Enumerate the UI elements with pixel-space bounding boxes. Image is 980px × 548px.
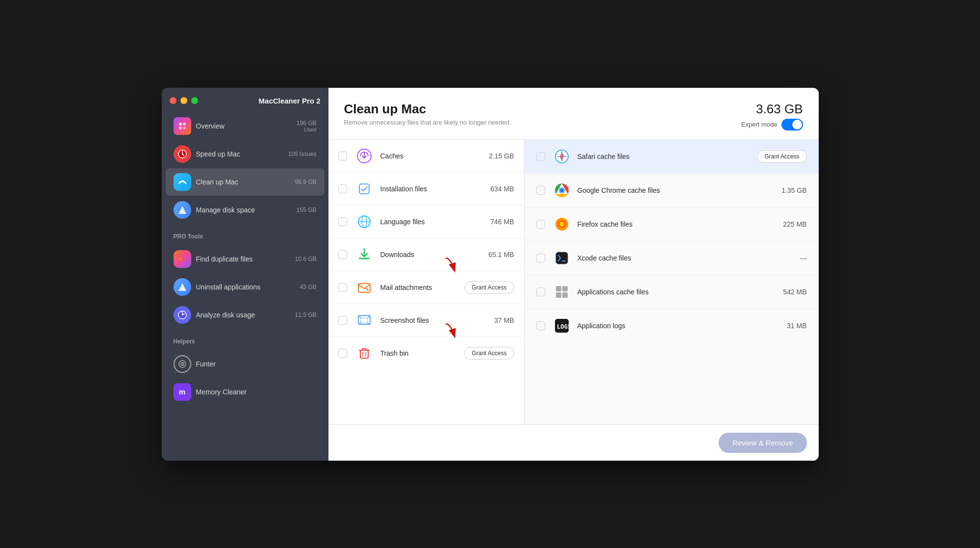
minimize-button[interactable] [180,97,187,104]
downloads-checkbox[interactable] [338,250,347,259]
sidebar-item-analyze[interactable]: Analyze disk usage 11.5 GB [166,301,325,329]
sidebar-item-memory[interactable]: m Memory Cleaner [166,378,325,406]
sidebar-item-overview[interactable]: Overview 196 GB Used [166,112,325,140]
apps-cache-name: Applications cache files [578,288,783,296]
language-size: 746 MB [490,218,514,226]
main-window: MacCleaner Pro 2 Overview 196 GB Used [162,88,819,461]
helpers-header: Helpers [162,331,328,348]
review-remove-button[interactable]: Review & Remove [719,433,806,453]
trash-checkbox[interactable] [338,349,347,358]
speedup-label: Speed up Mac [196,150,288,158]
svg-point-1 [183,123,186,126]
chrome-name: Google Chrome cache files [578,186,782,194]
main-header: Clean up Mac Remove unnecessary files th… [328,88,819,140]
installation-icon [355,180,374,198]
right-list-item: Xcode cache files — [525,241,819,275]
caches-name: Caches [380,152,489,160]
downloads-size: 65.1 MB [488,251,514,259]
app-logs-size: 31 MB [787,322,806,330]
analyze-icon [174,306,191,324]
xcode-name: Xcode cache files [578,254,800,262]
right-list-item: Google Chrome cache files 1.35 GB [525,174,819,208]
list-item: Trash bin Grant Access [328,337,524,369]
svg-text:LOGS: LOGS [557,323,570,330]
right-list-item: LOGS Application logs 31 MB [525,309,819,342]
close-button[interactable] [170,97,176,104]
mail-name: Mail attachments [380,284,465,291]
overview-icon [174,117,191,135]
installation-checkbox[interactable] [338,184,347,193]
screenshot-icon [355,311,374,330]
apps-cache-checkbox[interactable] [536,287,545,296]
uninstall-icon [174,278,191,296]
overview-badge: 196 GB Used [297,120,317,132]
trash-icon [355,344,374,363]
firefox-checkbox[interactable] [536,220,545,229]
mail-icon [355,278,374,297]
toggle-knob [792,120,802,130]
main-content: Clean up Mac Remove unnecessary files th… [328,88,819,461]
language-icon [355,212,374,231]
sidebar-item-funter[interactable]: Funter [166,350,325,378]
svg-marker-5 [178,206,186,214]
speedup-badge: 109 Issues [288,151,316,157]
xcode-icon [553,249,571,267]
svg-rect-39 [562,292,568,298]
sidebar-item-uninstall[interactable]: Uninstall applications 43 GB [166,273,325,301]
duplicate-icon [174,250,191,268]
caches-icon [355,147,374,165]
chrome-checkbox[interactable] [536,186,545,195]
arrow-screenshot [441,319,465,343]
safari-grant-button[interactable]: Grant Access [757,150,806,163]
list-item: Screenshot files 37 MB [328,304,524,337]
cleanup-icon [174,173,191,191]
safari-checkbox[interactable] [536,152,545,161]
sidebar-item-cleanup[interactable]: Clean up Mac 96.9 GB [166,168,325,196]
helpers-nav: Funter m Memory Cleaner [162,348,328,408]
xcode-checkbox[interactable] [536,254,545,262]
mail-grant-button[interactable]: Grant Access [464,281,514,294]
sidebar-item-manage[interactable]: Manage disk space 155 GB [166,196,325,224]
memory-icon: m [174,383,191,401]
safari-name: Safari cache files [578,153,757,160]
list-item: Mail attachments Grant Access [328,271,524,304]
caches-checkbox[interactable] [338,152,347,160]
expert-mode-toggle[interactable] [781,119,803,130]
svg-rect-37 [562,286,568,291]
svg-point-3 [183,127,186,130]
funter-label: Funter [196,360,317,368]
apps-cache-size: 542 MB [783,288,806,296]
list-item: Downloads 65.1 MB [328,238,524,271]
svg-point-0 [179,123,182,126]
svg-point-7 [182,257,186,261]
apps-cache-icon [553,283,571,301]
installation-name: Installation files [380,185,491,193]
language-checkbox[interactable] [338,217,347,226]
arrow-safari [775,140,814,150]
titlebar: MacCleaner Pro 2 [162,88,328,110]
app-logs-name: Application logs [578,322,787,330]
analyze-badge: 11.5 GB [295,312,316,318]
bottom-bar: Review & Remove [328,424,819,461]
expert-mode-label: Expert mode [741,121,778,128]
uninstall-badge: 43 GB [300,284,316,290]
mail-checkbox[interactable] [338,283,347,292]
screenshot-checkbox[interactable] [338,316,347,325]
sidebar-item-duplicate[interactable]: Find duplicate files 10.6 GB [166,245,325,273]
memory-label: Memory Cleaner [196,388,317,396]
sidebar: MacCleaner Pro 2 Overview 196 GB Used [162,88,328,461]
cleanup-badge: 96.9 GB [295,179,316,185]
sidebar-item-speedup[interactable]: Speed up Mac 109 Issues [166,140,325,168]
pro-tools-header: PRO Tools [162,226,328,243]
list-item: Caches 2.15 GB [328,140,524,173]
analyze-label: Analyze disk usage [196,311,295,319]
app-logs-checkbox[interactable] [536,321,545,330]
maximize-button[interactable] [191,97,198,104]
duplicate-badge: 10.6 GB [295,256,316,262]
trash-name: Trash bin [380,349,465,357]
manage-label: Manage disk space [196,206,297,214]
trash-grant-button[interactable]: Grant Access [464,347,514,360]
firefox-name: Firefox cache files [578,220,783,228]
screenshot-size: 37 MB [494,316,514,324]
app-title: MacCleaner Pro 2 [259,97,321,105]
